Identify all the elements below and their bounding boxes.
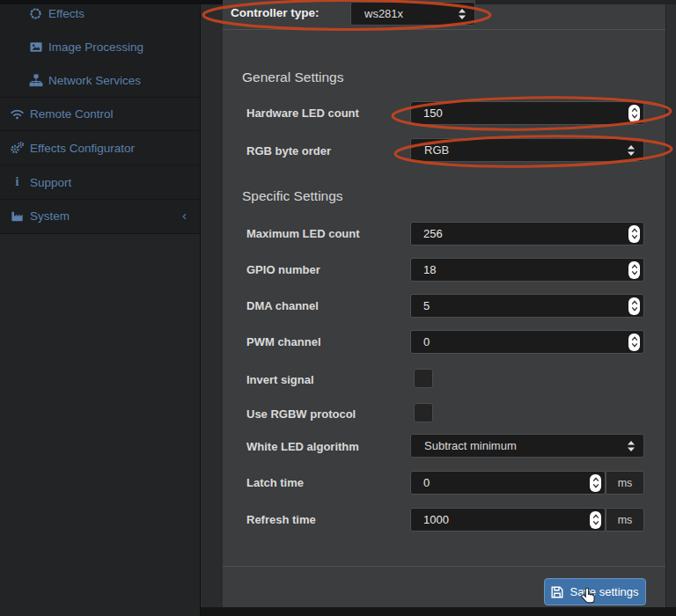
number-stepper[interactable]: [628, 225, 640, 243]
sidebar-divider: [0, 165, 201, 165]
maximum-led-count-input[interactable]: [410, 222, 644, 246]
hardware-led-count-input[interactable]: [410, 101, 644, 125]
pwm-channel-field: [410, 330, 644, 354]
hardware-led-count-field: [410, 101, 644, 125]
specific-settings-heading: Specific Settings: [242, 188, 343, 204]
dma-channel-field: [410, 294, 644, 318]
sidebar-item-system[interactable]: System ‹: [0, 208, 201, 224]
invert-signal-checkbox[interactable]: [414, 369, 433, 388]
latch-time-input[interactable]: [410, 471, 606, 495]
number-stepper[interactable]: [628, 105, 640, 122]
invert-signal-label: Invert signal: [246, 373, 314, 386]
number-stepper[interactable]: [590, 511, 601, 529]
sidebar-item-network-services[interactable]: Network Services: [0, 72, 201, 88]
refresh-time-label: Refresh time: [246, 513, 316, 526]
latch-time-label: Latch time: [246, 476, 304, 489]
hardware-led-count-label: Hardware LED count: [246, 106, 359, 120]
sidebar: Effects Image Processing Network Service…: [0, 0, 201, 616]
rgb-byte-order-select[interactable]: RGB: [410, 138, 644, 162]
white-led-algorithm-value: Subtract minimum: [424, 439, 517, 452]
image-icon: [28, 40, 43, 54]
controller-type-value: ws281x: [364, 7, 403, 20]
refresh-time-field: [410, 508, 606, 532]
sidebar-item-label: Image Processing: [48, 40, 143, 54]
sidebar-item-label: System: [30, 209, 70, 223]
card-header-divider: [223, 29, 665, 30]
maximum-led-count-field: [410, 222, 644, 246]
gpio-number-input[interactable]: [410, 258, 644, 282]
sidebar-divider: [0, 130, 201, 131]
spinner-icon: [28, 6, 43, 20]
latch-time-unit: ms: [606, 471, 644, 495]
general-settings-heading: General Settings: [242, 70, 343, 85]
sidebar-item-effects-configurator[interactable]: Effects Configurator: [0, 140, 201, 156]
rgb-byte-order-label: RGB byte order: [246, 144, 331, 158]
white-led-algorithm-label: White LED algorithm: [246, 440, 359, 453]
page-bottom-strip: [201, 607, 676, 616]
led-hardware-settings-page: Effects Image Processing Network Service…: [0, 0, 676, 616]
gears-icon: [10, 141, 25, 155]
card-footer-divider: [223, 566, 665, 567]
gpio-number-label: GPIO number: [246, 263, 320, 276]
number-stepper[interactable]: [628, 261, 640, 279]
updown-arrows-icon: [627, 440, 636, 455]
pwm-channel-input[interactable]: [410, 330, 644, 354]
sidebar-item-image-processing[interactable]: Image Processing: [0, 39, 201, 55]
info-icon: i: [10, 175, 25, 189]
pwm-channel-label: PWM channel: [246, 335, 321, 348]
dma-channel-input[interactable]: [410, 294, 644, 318]
top-cropped-strip: [475, 0, 676, 4]
sidebar-item-label: Effects: [48, 7, 84, 20]
sidebar-item-label: Support: [30, 176, 71, 189]
rgb-byte-order-value: RGB: [424, 143, 449, 157]
led-controller-settings-card: Controller type: ws281x General Settings…: [223, 0, 665, 607]
sidebar-item-effects[interactable]: Effects: [0, 5, 201, 21]
dma-channel-label: DMA channel: [246, 299, 319, 312]
factory-icon: [10, 209, 25, 223]
updown-arrows-icon: [627, 144, 636, 159]
sidebar-empty-area: [0, 234, 200, 616]
sitemap-icon: [28, 73, 43, 87]
maximum-led-count-label: Maximum LED count: [246, 227, 360, 240]
use-rgbw-protocol-checkbox[interactable]: [414, 403, 433, 422]
sidebar-divider: [0, 199, 201, 200]
controller-type-select[interactable]: ws281x: [350, 2, 475, 26]
scroll-gutter[interactable]: [665, 0, 676, 607]
sidebar-item-support[interactable]: i Support: [0, 174, 201, 190]
sidebar-item-label: Network Services: [48, 74, 141, 87]
top-cropped-strip: [0, 0, 223, 4]
updown-arrows-icon: [458, 8, 467, 23]
wifi-icon: [10, 106, 25, 121]
refresh-time-unit: ms: [606, 508, 644, 532]
white-led-algorithm-select[interactable]: Subtract minimum: [410, 434, 644, 458]
number-stepper[interactable]: [628, 297, 640, 315]
gpio-number-field: [410, 258, 644, 282]
content-left-gutter: [201, 0, 223, 607]
floppy-disk-icon: [551, 586, 563, 598]
save-settings-label: Save settings: [569, 585, 638, 598]
chevron-left-icon: ‹: [182, 211, 187, 220]
latch-time-field: [410, 471, 606, 495]
refresh-time-input[interactable]: [410, 508, 606, 532]
save-settings-button[interactable]: Save settings: [544, 578, 646, 605]
controller-type-label: Controller type:: [231, 6, 320, 19]
sidebar-item-label: Effects Configurator: [30, 142, 135, 155]
use-rgbw-protocol-label: Use RGBW protocol: [246, 407, 356, 421]
sidebar-divider: [0, 97, 201, 98]
sidebar-item-label: Remote Control: [30, 107, 114, 121]
number-stepper[interactable]: [590, 474, 601, 492]
sidebar-item-remote-control[interactable]: Remote Control: [0, 106, 201, 121]
number-stepper[interactable]: [628, 334, 640, 351]
